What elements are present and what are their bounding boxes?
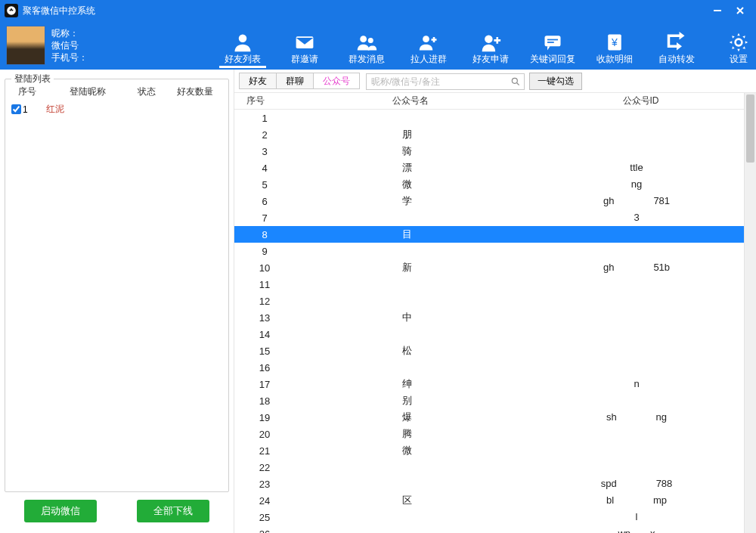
all-offline-button[interactable]: 全部下线 (137, 500, 209, 522)
table-row[interactable]: 22 (234, 459, 744, 476)
login-row-checkbox[interactable] (11, 104, 21, 114)
close-button[interactable] (729, 0, 751, 21)
table-row[interactable]: 17绅 n (234, 376, 744, 392)
table-row[interactable]: 16 (234, 359, 744, 376)
nav-forward[interactable]: 自动转发 (646, 23, 708, 68)
svg-rect-1 (714, 10, 721, 11)
nav-label: 设置 (730, 53, 748, 66)
table-row[interactable]: 1 (234, 110, 744, 126)
table-row[interactable]: 2朋 (234, 126, 744, 143)
cell-name (295, 361, 519, 374)
nav-label: 收款明细 (596, 53, 633, 66)
nav-label: 好友申请 (472, 53, 509, 66)
nav-mail[interactable]: 群邀请 (274, 23, 336, 68)
public-table: 序号 公众号名 公众号ID 1 2朋 3骑 4漂 ttle 5微 ng 6学 g… (234, 92, 756, 533)
start-wechat-button[interactable]: 启动微信 (24, 500, 97, 522)
svg-rect-9 (547, 39, 558, 41)
minimize-button[interactable] (706, 0, 729, 21)
nav-friends[interactable]: 好友列表 (212, 23, 274, 68)
cell-seq: 9 (234, 246, 295, 257)
nav-add-group[interactable]: 拉人进群 (398, 23, 460, 68)
cell-seq: 10 (234, 262, 295, 274)
table-row[interactable]: 21微 (234, 442, 744, 459)
nick-label: 昵称： (51, 27, 79, 39)
header: 昵称： 微信号 手机号： 好友列表群邀请群发消息拉人进群好友申请关键词回复¥收款… (0, 21, 756, 70)
cell-seq: 16 (234, 362, 295, 373)
table-header: 序号 公众号名 公众号ID (234, 93, 756, 110)
filter-pill-1[interactable]: 群聊 (276, 73, 313, 89)
svg-point-2 (239, 35, 247, 43)
svg-point-6 (423, 36, 429, 42)
cell-seq: 22 (234, 462, 295, 473)
table-row[interactable]: 3骑 (234, 143, 744, 160)
table-row[interactable]: 5微 ng (234, 176, 744, 193)
nav-money[interactable]: ¥收款明细 (584, 23, 646, 68)
filter-bar: 好友群聊公众号 一键勾选 (234, 70, 756, 92)
cell-name: 微 (295, 444, 519, 457)
table-row[interactable]: 10新 gh 51b (234, 259, 744, 276)
table-row[interactable]: 26 wp x (234, 525, 744, 533)
table-row[interactable]: 4漂 ttle (234, 160, 744, 176)
vertical-scrollbar[interactable] (744, 93, 756, 533)
table-row[interactable]: 7 3 (234, 209, 744, 226)
table-row[interactable]: 20腾 (234, 426, 744, 442)
cell-name: 绅 (295, 377, 519, 391)
cell-seq: 3 (234, 146, 295, 157)
table-row[interactable]: 18别 (234, 392, 744, 409)
cell-seq: 2 (234, 129, 295, 141)
search-box (366, 73, 525, 90)
cell-seq: 25 (234, 512, 295, 523)
cell-id (519, 144, 744, 158)
cell-name: 别 (295, 394, 519, 407)
table-row[interactable]: 24区 bl mp (234, 492, 744, 509)
table-row[interactable]: 15松 (234, 342, 744, 359)
search-icon[interactable] (507, 76, 524, 87)
cell-seq: 24 (234, 495, 295, 507)
svg-point-5 (368, 38, 373, 43)
login-row-state (129, 103, 164, 116)
cell-name (295, 477, 519, 491)
app-icon (5, 4, 18, 17)
table-row[interactable]: 13中 (234, 309, 744, 326)
table-row[interactable]: 19爆 sh ng (234, 409, 744, 426)
cell-seq: 11 (234, 279, 295, 290)
table-row[interactable]: 12 (234, 293, 744, 309)
cell-id (519, 228, 744, 241)
svg-rect-10 (547, 42, 554, 43)
nav-group-send[interactable]: 群发消息 (336, 23, 398, 68)
login-hdr-seq: 序号 (8, 85, 46, 98)
nav-settings[interactable]: 设置 (708, 23, 756, 68)
table-row[interactable]: 8目 (234, 226, 744, 243)
table-row[interactable]: 23 spd 788 (234, 476, 744, 492)
login-list-legend: 登陆列表 (11, 73, 54, 85)
login-row-friends (164, 103, 225, 116)
cell-id: n (519, 377, 744, 391)
cell-seq: 23 (234, 479, 295, 490)
search-input[interactable] (367, 76, 507, 87)
svg-point-0 (7, 6, 16, 15)
table-row[interactable]: 9 (234, 243, 744, 259)
cell-id (519, 427, 744, 441)
cell-id: gh 51b (519, 261, 744, 274)
table-row[interactable]: 11 (234, 276, 744, 293)
cell-id (519, 460, 744, 474)
table-row[interactable]: 14 (234, 326, 744, 342)
cell-name: 朋 (295, 128, 519, 141)
nav-friend-req[interactable]: 好友申请 (460, 23, 522, 68)
cell-id (519, 394, 744, 407)
svg-point-14 (512, 78, 517, 83)
cell-id (519, 128, 744, 141)
cell-name (295, 277, 519, 291)
cell-seq: 12 (234, 296, 295, 307)
filter-pill-0[interactable]: 好友 (239, 73, 276, 89)
scrollbar-thumb[interactable] (746, 95, 754, 163)
cell-id (519, 311, 744, 324)
table-row[interactable]: 6学 gh 781 (234, 193, 744, 209)
table-row[interactable]: 25 l (234, 509, 744, 525)
cell-name: 中 (295, 311, 519, 324)
login-row[interactable]: 1红泥 (7, 101, 227, 117)
nav-label: 好友列表 (225, 53, 261, 66)
nav-reply[interactable]: 关键词回复 (522, 23, 584, 68)
auto-select-button[interactable]: 一键勾选 (529, 73, 582, 90)
filter-pill-2[interactable]: 公众号 (313, 73, 360, 89)
